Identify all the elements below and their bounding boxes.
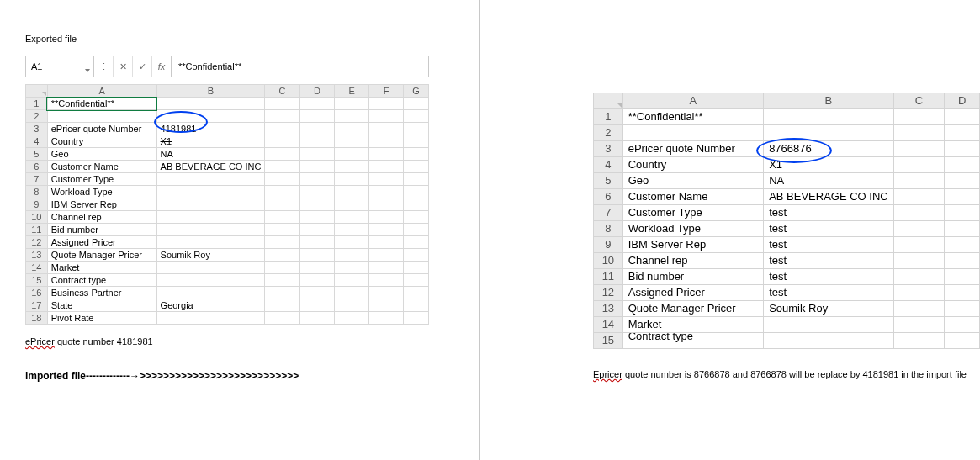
- row-header[interactable]: 8: [26, 186, 48, 198]
- cell[interactable]: Market: [47, 262, 156, 274]
- cell[interactable]: [369, 161, 404, 173]
- cell[interactable]: [403, 312, 428, 325]
- cell[interactable]: Quote Manager Pricer: [622, 301, 763, 317]
- cell[interactable]: [403, 123, 428, 135]
- cell[interactable]: [764, 125, 894, 141]
- cell[interactable]: [265, 287, 299, 299]
- cell[interactable]: [403, 299, 428, 312]
- cell[interactable]: IBM Server Rep: [47, 198, 156, 211]
- cell[interactable]: [893, 221, 945, 237]
- cell[interactable]: [893, 173, 945, 189]
- cell[interactable]: [156, 186, 265, 198]
- row-header[interactable]: 2: [594, 125, 623, 141]
- row-header[interactable]: 18: [26, 312, 48, 325]
- row-header[interactable]: 14: [26, 262, 48, 274]
- cell[interactable]: [335, 186, 369, 198]
- cell[interactable]: [369, 211, 404, 224]
- cell[interactable]: Customer Name: [622, 189, 763, 205]
- cell[interactable]: Georgia: [156, 299, 265, 312]
- cell[interactable]: test: [764, 237, 894, 253]
- row-header[interactable]: 4: [26, 135, 48, 148]
- cell[interactable]: [265, 123, 299, 135]
- cell[interactable]: test: [764, 269, 894, 285]
- cell[interactable]: [403, 236, 428, 249]
- cancel-icon[interactable]: ✕: [114, 56, 133, 77]
- cell[interactable]: [299, 287, 334, 299]
- cell[interactable]: [335, 274, 369, 287]
- cell[interactable]: Workload Type: [622, 221, 763, 237]
- row-header[interactable]: 4: [594, 157, 623, 173]
- cell[interactable]: [622, 125, 763, 141]
- cell[interactable]: [335, 173, 369, 186]
- cell[interactable]: [335, 161, 369, 173]
- cell[interactable]: [335, 224, 369, 236]
- row-header[interactable]: 17: [26, 299, 48, 312]
- cell[interactable]: [764, 333, 894, 349]
- cell[interactable]: [403, 148, 428, 161]
- cell[interactable]: Geo: [622, 173, 763, 189]
- cell[interactable]: [369, 110, 404, 123]
- cell[interactable]: [945, 173, 980, 189]
- row-header[interactable]: 5: [594, 173, 623, 189]
- cell[interactable]: [403, 135, 428, 148]
- cell[interactable]: [299, 135, 334, 148]
- cell[interactable]: [299, 110, 334, 123]
- cell[interactable]: test: [764, 205, 894, 221]
- col-header[interactable]: E: [335, 85, 369, 98]
- cell[interactable]: [369, 148, 404, 161]
- cell[interactable]: [369, 198, 404, 211]
- cell[interactable]: [945, 237, 980, 253]
- cell[interactable]: [893, 157, 945, 173]
- col-header[interactable]: F: [369, 85, 404, 98]
- cell[interactable]: [945, 109, 980, 125]
- cell[interactable]: [265, 236, 299, 249]
- row-header[interactable]: 10: [594, 253, 623, 269]
- cell[interactable]: [299, 236, 334, 249]
- cell[interactable]: X1: [764, 157, 894, 173]
- row-header[interactable]: 15: [26, 274, 48, 287]
- cell[interactable]: [945, 269, 980, 285]
- cell[interactable]: [403, 110, 428, 123]
- cell[interactable]: Business Partner: [47, 287, 156, 299]
- cell[interactable]: **Confidential**: [622, 109, 763, 125]
- name-box[interactable]: A1: [26, 56, 94, 77]
- cell[interactable]: [156, 224, 265, 236]
- cell[interactable]: test: [764, 285, 894, 301]
- cell[interactable]: [265, 299, 299, 312]
- row-header[interactable]: 11: [594, 269, 623, 285]
- cell[interactable]: [945, 285, 980, 301]
- cell[interactable]: [265, 211, 299, 224]
- cell[interactable]: [893, 141, 945, 157]
- cell[interactable]: [893, 109, 945, 125]
- cell[interactable]: [893, 285, 945, 301]
- cell[interactable]: [299, 274, 334, 287]
- cell[interactable]: [156, 110, 265, 123]
- cell[interactable]: [369, 135, 404, 148]
- cell[interactable]: [299, 262, 334, 274]
- row-header[interactable]: 9: [26, 198, 48, 211]
- cell[interactable]: [335, 135, 369, 148]
- left-spreadsheet[interactable]: A B C D E F G 1**Confidential**23ePricer…: [25, 84, 429, 325]
- row-header[interactable]: 2: [26, 110, 48, 123]
- cell[interactable]: [156, 198, 265, 211]
- cell[interactable]: [265, 98, 299, 110]
- row-header[interactable]: 3: [26, 123, 48, 135]
- col-header[interactable]: D: [945, 93, 980, 109]
- cell[interactable]: [156, 98, 265, 110]
- cell[interactable]: [299, 198, 334, 211]
- cell[interactable]: [369, 287, 404, 299]
- row-header[interactable]: 10: [26, 211, 48, 224]
- cell[interactable]: [893, 237, 945, 253]
- col-header[interactable]: A: [47, 85, 156, 98]
- cell[interactable]: [893, 269, 945, 285]
- cell[interactable]: Channel rep: [47, 211, 156, 224]
- cell[interactable]: [403, 249, 428, 262]
- cell[interactable]: [335, 262, 369, 274]
- row-header[interactable]: 1: [594, 109, 623, 125]
- cell[interactable]: NA: [764, 173, 894, 189]
- cell[interactable]: [403, 287, 428, 299]
- cell[interactable]: [265, 262, 299, 274]
- cell[interactable]: Assigned Pricer: [622, 285, 763, 301]
- cell[interactable]: [335, 123, 369, 135]
- cell[interactable]: [299, 299, 334, 312]
